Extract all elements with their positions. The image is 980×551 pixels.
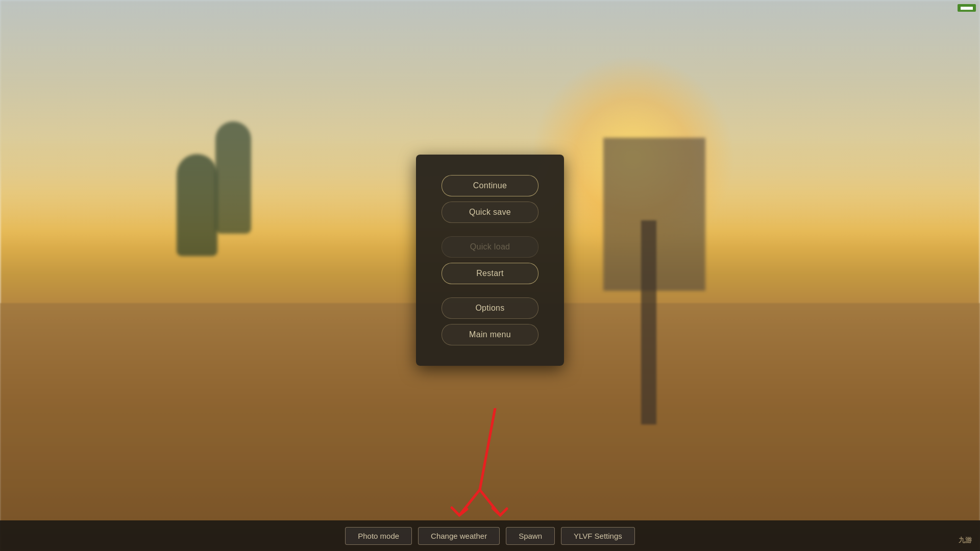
pause-menu-modal: Continue Quick save Quick load Restart O… [416,155,564,366]
quick-save-button[interactable]: Quick save [442,202,538,223]
continue-button[interactable]: Continue [442,175,538,196]
bottom-right-logo: 九游 [959,536,972,545]
divider-2 [442,289,538,292]
main-menu-button[interactable]: Main menu [442,324,538,345]
quick-load-button: Quick load [442,236,538,258]
options-button[interactable]: Options [442,297,538,319]
spawn-button[interactable]: Spawn [506,527,555,545]
change-weather-button[interactable]: Change weather [418,527,500,545]
modal-overlay: Continue Quick save Quick load Restart O… [0,0,980,551]
divider-1 [442,228,538,231]
photo-mode-button[interactable]: Photo mode [345,527,412,545]
restart-button[interactable]: Restart [442,263,538,284]
ylvf-settings-button[interactable]: YLVF Settings [561,527,635,545]
bottom-toolbar: Photo mode Change weather Spawn YLVF Set… [0,520,980,551]
top-right-badge: ■■■■ [958,4,976,12]
